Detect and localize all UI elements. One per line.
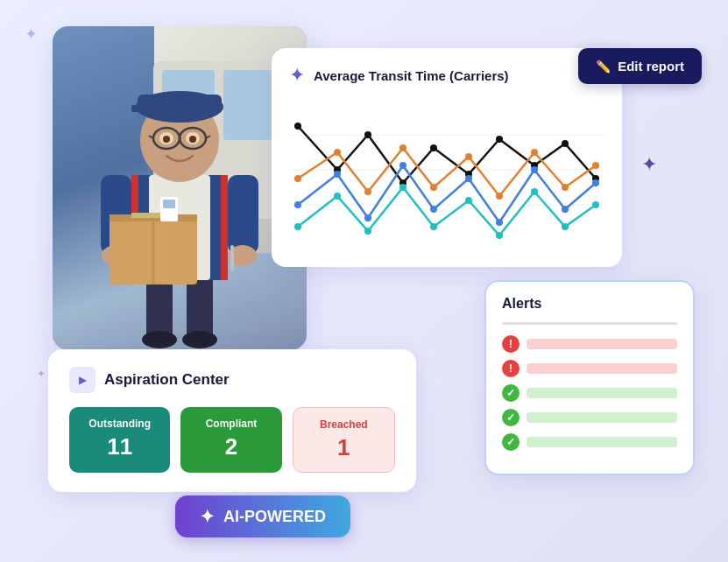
svg-rect-10	[221, 175, 228, 280]
svg-point-78	[592, 201, 599, 208]
aspiration-play-button[interactable]: ▶	[69, 367, 95, 393]
outstanding-value: 11	[78, 433, 161, 460]
svg-point-56	[531, 149, 538, 156]
edit-icon: ✏️	[596, 60, 611, 74]
svg-point-55	[496, 193, 503, 200]
sparkle-decoration-1: ✦	[25, 25, 38, 44]
alerts-title: Alerts	[502, 296, 677, 312]
svg-point-75	[496, 232, 503, 239]
ai-powered-badge: ✦ AI-POWERED	[175, 495, 350, 537]
svg-point-6	[182, 331, 217, 348]
svg-point-72	[399, 184, 406, 191]
svg-rect-25	[131, 105, 145, 112]
svg-point-65	[496, 219, 503, 226]
svg-rect-12	[228, 175, 258, 254]
alert-bar-red-1	[527, 339, 677, 349]
stats-row: Outstanding 11 Compliant 2 Breached 1	[69, 407, 395, 473]
play-icon: ▶	[79, 374, 87, 386]
alert-bar-green-3	[527, 437, 677, 447]
svg-point-63	[430, 206, 437, 213]
alert-bar-green-2	[527, 412, 677, 423]
compliant-value: 2	[189, 433, 272, 460]
compliant-label: Compliant	[189, 418, 272, 430]
sparkle-decoration-3: ✦	[641, 153, 657, 176]
chart-card: ✦ Average Transit Time (Carriers)	[272, 48, 622, 267]
alert-dot-red-1: !	[502, 335, 519, 353]
compliant-stat: Compliant 2	[180, 407, 281, 473]
breached-label: Breached	[302, 418, 385, 431]
svg-point-45	[496, 136, 503, 143]
svg-point-5	[142, 331, 177, 348]
breached-stat: Breached 1	[293, 407, 395, 473]
svg-point-57	[562, 184, 569, 191]
outstanding-stat: Outstanding 11	[69, 407, 170, 473]
aspiration-header: ▶ Aspiration Center	[69, 367, 395, 393]
svg-point-71	[364, 228, 371, 235]
svg-point-73	[430, 223, 437, 230]
svg-point-64	[465, 175, 472, 182]
sparkle-decoration-5: ✦	[37, 368, 46, 380]
chart-header: ✦ Average Transit Time (Carriers)	[289, 64, 604, 87]
svg-point-43	[430, 144, 437, 151]
breached-value: 1	[302, 434, 385, 461]
delivery-person-illustration	[83, 61, 276, 350]
edit-report-label: Edit report	[618, 59, 684, 74]
svg-point-58	[592, 162, 599, 169]
svg-point-41	[364, 131, 371, 138]
svg-point-61	[364, 214, 371, 221]
alerts-card: Alerts ! ! ✓ ✓ ✓	[484, 280, 695, 475]
svg-rect-2	[223, 70, 272, 140]
alert-dot-green-3: ✓	[502, 433, 519, 451]
edit-report-button[interactable]: ✏️ Edit report	[578, 48, 702, 84]
svg-point-34	[189, 136, 196, 143]
svg-point-54	[465, 153, 472, 160]
alert-item-1: !	[502, 335, 677, 353]
svg-point-39	[294, 123, 301, 130]
svg-point-52	[399, 144, 406, 151]
alert-dot-green-1: ✓	[502, 384, 519, 402]
alert-item-3: ✓	[502, 384, 677, 402]
chart-sparkle-icon: ✦	[289, 64, 305, 87]
alert-bar-red-2	[527, 363, 677, 374]
svg-point-53	[430, 184, 437, 191]
svg-point-59	[294, 201, 301, 208]
svg-point-51	[364, 188, 371, 195]
ai-sparkle-icon: ✦	[200, 506, 215, 527]
alert-dot-red-2: !	[502, 360, 519, 377]
aspiration-card: ▶ Aspiration Center Outstanding 11 Compl…	[48, 349, 416, 492]
chart-title: Average Transit Time (Carriers)	[314, 68, 509, 83]
alert-bar-green-1	[527, 388, 677, 398]
chart-svg	[289, 95, 604, 249]
svg-point-49	[294, 175, 301, 182]
aspiration-title: Aspiration Center	[104, 371, 230, 389]
svg-rect-21	[163, 200, 175, 208]
outstanding-label: Outstanding	[78, 418, 161, 430]
svg-point-76	[531, 188, 538, 195]
svg-point-70	[334, 193, 341, 200]
svg-rect-24	[138, 95, 222, 114]
alert-item-4: ✓	[502, 409, 677, 426]
svg-rect-35	[230, 245, 234, 271]
svg-point-47	[562, 140, 569, 147]
alert-item-2: !	[502, 360, 677, 377]
svg-point-60	[334, 171, 341, 178]
ai-powered-label: AI-POWERED	[223, 508, 326, 526]
svg-point-69	[294, 223, 301, 230]
chart-area	[289, 95, 604, 249]
svg-point-33	[163, 136, 170, 143]
alert-dot-green-2: ✓	[502, 409, 519, 426]
alert-item-5: ✓	[502, 433, 677, 451]
svg-point-68	[592, 179, 599, 186]
photo-card	[53, 26, 307, 350]
alerts-divider	[502, 322, 677, 325]
svg-point-74	[465, 197, 472, 204]
svg-point-50	[334, 149, 341, 156]
svg-point-66	[531, 166, 538, 173]
svg-point-62	[399, 162, 406, 169]
svg-point-77	[562, 223, 569, 230]
svg-point-67	[562, 206, 569, 213]
